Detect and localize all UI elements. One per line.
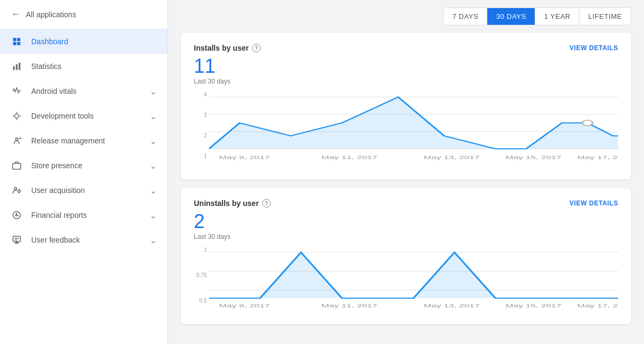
uninstalls-help-icon[interactable]: ? — [262, 199, 271, 208]
installs-view-details[interactable]: VIEW DETAILS — [570, 44, 618, 52]
financial-icon — [11, 209, 23, 221]
filter-30days[interactable]: 30 DAYS — [487, 8, 535, 25]
sidebar-item-label: Statistics — [31, 62, 157, 71]
sidebar-item-label: User acquisition — [31, 186, 150, 195]
svg-rect-1 — [17, 38, 20, 41]
back-button[interactable]: ← All applications — [0, 0, 167, 29]
svg-text:May 13, 2017: May 13, 2017 — [424, 303, 480, 308]
svg-text:May 11, 2017: May 11, 2017 — [321, 155, 377, 160]
sidebar-item-label: Store presence — [31, 161, 150, 170]
uninstalls-view-details[interactable]: VIEW DETAILS — [570, 199, 618, 207]
svg-point-31 — [583, 120, 593, 126]
store-icon — [11, 160, 23, 171]
installs-period: Last 30 days — [194, 78, 618, 85]
sidebar-item-label: Android vitals — [31, 87, 150, 95]
sidebar-item-store-presence[interactable]: Store presence ⌄ — [0, 153, 167, 178]
svg-text:May 17, 2017: May 17, 2017 — [577, 155, 618, 160]
y-label: 2 — [204, 133, 207, 139]
filter-7days[interactable]: 7 DAYS — [444, 8, 487, 25]
uninstalls-chart: May 9, 2017 May 11, 2017 May 13, 2017 Ma… — [209, 247, 618, 313]
uninstalls-title-text: Uninstalls by user — [194, 199, 259, 208]
svg-point-16 — [15, 188, 17, 190]
sidebar-item-label: Development tools — [31, 112, 150, 120]
svg-text:May 17, 2017: May 17, 2017 — [577, 303, 618, 308]
y-label: 0.75 — [197, 272, 207, 278]
svg-rect-5 — [16, 64, 18, 70]
y-label: 1 — [204, 247, 207, 253]
time-filter-group: 7 DAYS 30 DAYS 1 YEAR LIFETIME — [443, 8, 631, 25]
sidebar-item-user-feedback[interactable]: User feedback ⌄ — [0, 228, 167, 252]
sidebar-item-label: User feedback — [31, 236, 150, 244]
sidebar-item-label: Dashboard — [31, 37, 157, 46]
chevron-down-icon: ⌄ — [150, 185, 157, 196]
dev-tools-icon — [11, 110, 23, 122]
svg-rect-6 — [19, 63, 20, 70]
installs-help-icon[interactable]: ? — [252, 44, 261, 52]
filter-1year[interactable]: 1 YEAR — [535, 8, 579, 25]
svg-marker-30 — [209, 97, 618, 149]
chevron-down-icon: ⌄ — [150, 235, 157, 245]
y-label: 3 — [204, 112, 207, 118]
chevron-down-icon: ⌄ — [150, 136, 157, 146]
uninstalls-metric: 2 — [194, 210, 618, 233]
installs-metric: 11 — [194, 54, 618, 78]
uninstalls-card: Uninstalls by user ? VIEW DETAILS 2 Last… — [181, 188, 631, 324]
installs-card: Installs by user ? VIEW DETAILS 11 Last … — [181, 33, 631, 180]
svg-text:May 13, 2017: May 13, 2017 — [424, 155, 480, 160]
sidebar-item-android-vitals[interactable]: Android vitals ⌄ — [0, 79, 167, 104]
installs-card-header: Installs by user ? VIEW DETAILS — [194, 44, 618, 52]
y-label: 4 — [204, 92, 207, 98]
dashboard-icon — [11, 36, 23, 47]
svg-point-12 — [16, 138, 18, 141]
statistics-icon — [11, 60, 23, 72]
uninstalls-y-axis: 1 0.75 0.5 — [194, 247, 207, 313]
svg-rect-2 — [13, 42, 16, 45]
svg-text:May 11, 2017: May 11, 2017 — [321, 303, 377, 308]
uninstalls-card-header: Uninstalls by user ? VIEW DETAILS — [194, 199, 618, 208]
uninstalls-period: Last 30 days — [194, 233, 618, 240]
svg-rect-15 — [13, 163, 21, 169]
installs-y-axis: 4 3 2 1 — [194, 92, 207, 169]
sidebar-item-development-tools[interactable]: Development tools ⌄ — [0, 104, 167, 128]
android-vitals-icon — [11, 85, 23, 97]
installs-title-text: Installs by user — [194, 44, 249, 52]
sidebar: ← All applications Dashboard Statistics — [0, 0, 168, 344]
main-content: 7 DAYS 30 DAYS 1 YEAR LIFETIME Installs … — [168, 0, 644, 344]
installs-chart: May 9, 2017 May 11, 2017 May 13, 2017 Ma… — [209, 92, 618, 169]
uninstalls-chart-wrapper: 1 0.75 0.5 May 9, 2017 — [194, 247, 618, 313]
chevron-down-icon: ⌄ — [150, 111, 157, 121]
sidebar-item-financial-reports[interactable]: Financial reports ⌄ — [0, 203, 167, 228]
sidebar-item-user-acquisition[interactable]: User acquisition ⌄ — [0, 178, 167, 203]
installs-card-title: Installs by user ? — [194, 44, 261, 52]
chevron-down-icon: ⌄ — [150, 210, 157, 221]
svg-point-17 — [18, 190, 20, 192]
sidebar-item-label: Release management — [31, 136, 150, 145]
installs-chart-wrapper: 4 3 2 1 — [194, 92, 618, 169]
svg-rect-23 — [13, 236, 20, 242]
svg-point-7 — [15, 114, 19, 118]
sidebar-item-release-management[interactable]: Release management ⌄ — [0, 128, 167, 153]
cards-container: Installs by user ? VIEW DETAILS 11 Last … — [168, 33, 644, 337]
user-acquisition-icon — [11, 184, 23, 196]
sidebar-item-statistics[interactable]: Statistics — [0, 54, 167, 79]
y-label: 0.5 — [199, 298, 207, 304]
back-arrow-icon: ← — [11, 9, 20, 20]
svg-rect-4 — [13, 66, 15, 70]
svg-text:May 15, 2017: May 15, 2017 — [506, 303, 562, 308]
back-label: All applications — [26, 10, 76, 19]
feedback-icon — [11, 234, 23, 246]
svg-rect-3 — [17, 42, 20, 45]
topbar: 7 DAYS 30 DAYS 1 YEAR LIFETIME — [168, 0, 644, 33]
svg-rect-0 — [13, 38, 16, 41]
svg-text:May 9, 2017: May 9, 2017 — [219, 155, 270, 160]
svg-text:May 9, 2017: May 9, 2017 — [219, 303, 270, 308]
uninstalls-card-title: Uninstalls by user ? — [194, 199, 271, 208]
filter-lifetime[interactable]: LIFETIME — [579, 8, 631, 25]
chevron-down-icon: ⌄ — [150, 161, 157, 171]
svg-marker-40 — [209, 252, 618, 298]
chevron-down-icon: ⌄ — [150, 86, 157, 97]
release-icon — [11, 135, 23, 147]
sidebar-item-dashboard[interactable]: Dashboard — [0, 29, 167, 54]
svg-text:May 15, 2017: May 15, 2017 — [506, 155, 562, 160]
y-label: 1 — [204, 153, 207, 159]
